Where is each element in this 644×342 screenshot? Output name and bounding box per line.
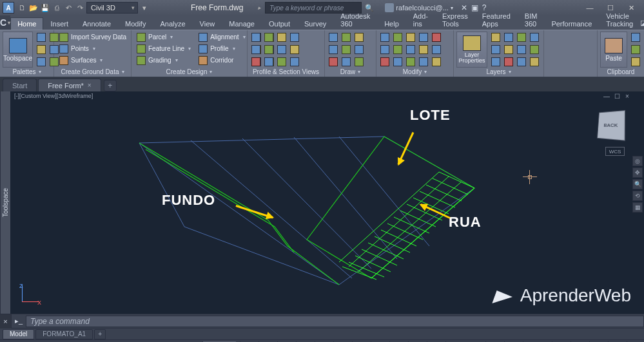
ribbon-tab-view[interactable]: View xyxy=(193,17,222,30)
corridor-button[interactable]: Corridor xyxy=(196,55,248,66)
feature-line-button[interactable]: Feature Line▾ xyxy=(134,43,193,54)
extend-icon[interactable] xyxy=(418,32,429,43)
wcs-badge[interactable]: WCS xyxy=(605,147,625,156)
erase-icon[interactable] xyxy=(431,32,442,43)
qat-undo-icon[interactable]: ↶ xyxy=(63,3,73,13)
qat-saveas-icon[interactable]: ⎙ xyxy=(52,3,62,13)
nav-wheel-icon[interactable]: ◎ xyxy=(632,156,643,166)
draw-text-icon[interactable] xyxy=(353,56,365,68)
ribbon-tab-featured-apps[interactable]: Featured Apps xyxy=(475,10,518,30)
ribbon-tab-annotate[interactable]: Annotate xyxy=(75,17,118,30)
pv-ic-7[interactable] xyxy=(276,44,288,55)
ribbon-tab-analyze[interactable]: Analyze xyxy=(153,17,192,30)
ribbon-tab-vehicle-tracking[interactable]: Vehicle Tracking xyxy=(599,10,640,30)
pv-ic-9[interactable] xyxy=(250,56,262,68)
app-icon[interactable]: A xyxy=(3,2,14,14)
layer-properties-button[interactable]: Layer Properties xyxy=(456,32,487,68)
explode-icon[interactable] xyxy=(431,44,442,55)
mirror-icon[interactable] xyxy=(392,44,404,55)
match-icon[interactable] xyxy=(630,56,641,68)
rotate-icon[interactable] xyxy=(392,32,404,43)
palette-btn-3[interactable] xyxy=(35,44,47,55)
palette-btn-1[interactable] xyxy=(35,32,47,43)
draw-rect-icon[interactable] xyxy=(340,44,352,55)
layer-ic-10[interactable] xyxy=(503,56,514,68)
workspace-combo[interactable]: Civil 3D xyxy=(86,2,138,14)
help-search-input[interactable]: Type a keyword or phrase xyxy=(265,2,362,14)
pv-ic-2[interactable] xyxy=(263,32,275,43)
vp-close-icon[interactable]: × xyxy=(623,93,631,100)
ribbon-tab-manage[interactable]: Manage xyxy=(222,17,262,30)
layer-ic-4[interactable] xyxy=(529,32,540,43)
palette-btn-5[interactable] xyxy=(35,56,47,68)
draw-line-icon[interactable] xyxy=(327,32,339,43)
surfaces-button[interactable]: Surfaces▾ xyxy=(57,55,129,66)
pv-ic-10[interactable] xyxy=(263,56,275,68)
pv-ic-6[interactable] xyxy=(263,44,275,55)
viewport[interactable]: [-][Custom View][3dWireframe] — ☐ × BACK… xyxy=(10,91,644,314)
stretch-icon[interactable] xyxy=(379,56,391,68)
draw-point-icon[interactable] xyxy=(340,56,352,68)
nav-zoom-icon[interactable]: 🔍 xyxy=(632,179,643,189)
move-icon[interactable] xyxy=(379,32,391,43)
ribbon-help-icon[interactable]: ◪ xyxy=(640,15,644,30)
layer-ic-7[interactable] xyxy=(516,44,527,55)
ribbon-tab-bim-360[interactable]: BIM 360 xyxy=(518,10,545,30)
layout-tab-formato-a1[interactable]: FORMATO_A1 xyxy=(35,329,93,339)
tab-start[interactable]: Start xyxy=(3,79,37,91)
draw-hatch-icon[interactable] xyxy=(327,56,339,68)
pv-ic-11[interactable] xyxy=(276,56,288,68)
pv-ic-5[interactable] xyxy=(250,44,262,55)
ribbon-tab-add-ins[interactable]: Add-ins xyxy=(406,10,435,30)
copy-icon[interactable] xyxy=(379,44,391,55)
command-close-icon[interactable]: × xyxy=(0,314,12,328)
copy-clip-icon[interactable] xyxy=(630,44,641,55)
qat-new-icon[interactable]: 🗋 xyxy=(17,3,27,13)
fillet-icon[interactable] xyxy=(405,44,416,55)
chamfer-icon[interactable] xyxy=(418,44,429,55)
offset-icon[interactable] xyxy=(418,56,429,68)
grading-button[interactable]: Grading▾ xyxy=(134,55,193,66)
ribbon-tab-express-tools[interactable]: Express Tools xyxy=(435,10,475,30)
tab-add-button[interactable]: + xyxy=(104,80,117,91)
layer-ic-9[interactable] xyxy=(490,56,502,68)
viewport-label[interactable]: [-][Custom View][3dWireframe] xyxy=(14,93,93,99)
scale-icon[interactable] xyxy=(392,56,404,68)
ucs-icon[interactable]: Z X xyxy=(15,283,41,309)
vp-max-icon[interactable]: ☐ xyxy=(613,93,621,100)
qat-open-icon[interactable]: 📂 xyxy=(28,3,39,13)
layout-tab-add[interactable]: + xyxy=(94,329,106,339)
profile-button[interactable]: Profile▾ xyxy=(196,43,248,54)
layer-ic-6[interactable] xyxy=(503,44,514,55)
pv-ic-1[interactable] xyxy=(250,32,262,43)
join-icon[interactable] xyxy=(431,56,442,68)
draw-polyline-icon[interactable] xyxy=(340,32,352,43)
ribbon-tab-survey[interactable]: Survey xyxy=(297,17,333,30)
tab-close-icon[interactable]: × xyxy=(88,82,92,89)
import-survey-data-button[interactable]: Import Survey Data xyxy=(57,32,129,43)
tab-free-form[interactable]: Free Form*× xyxy=(38,79,101,91)
pv-ic-3[interactable] xyxy=(276,32,288,43)
draw-circle-icon[interactable] xyxy=(353,32,365,43)
layer-ic-8[interactable] xyxy=(529,44,540,55)
ribbon-tab-insert[interactable]: Insert xyxy=(43,17,75,30)
layer-ic-5[interactable] xyxy=(490,44,502,55)
layer-ic-3[interactable] xyxy=(516,32,527,43)
qat-save-icon[interactable]: 💾 xyxy=(40,3,50,13)
vp-min-icon[interactable]: — xyxy=(603,93,610,100)
ribbon-tab-help[interactable]: Help xyxy=(377,17,406,30)
ribbon-tab-performance[interactable]: Performance xyxy=(544,17,599,30)
layer-ic-11[interactable] xyxy=(516,56,527,68)
viewcube[interactable]: BACK xyxy=(597,110,625,141)
pv-ic-12[interactable] xyxy=(289,56,300,68)
layer-ic-12[interactable] xyxy=(529,56,540,68)
layer-ic-2[interactable] xyxy=(503,32,514,43)
minimize-button[interactable]: — xyxy=(580,1,600,15)
nav-orbit-icon[interactable]: ⟲ xyxy=(632,191,643,201)
layer-ic-1[interactable] xyxy=(490,32,502,43)
points-button[interactable]: Points▾ xyxy=(57,43,129,54)
ribbon-tab-home[interactable]: Home xyxy=(10,17,43,30)
qat-redo-icon[interactable]: ↷ xyxy=(75,3,85,13)
draw-arc-icon[interactable] xyxy=(327,44,339,55)
toolspace-collapsed-bar[interactable]: Toolspace xyxy=(0,91,10,314)
